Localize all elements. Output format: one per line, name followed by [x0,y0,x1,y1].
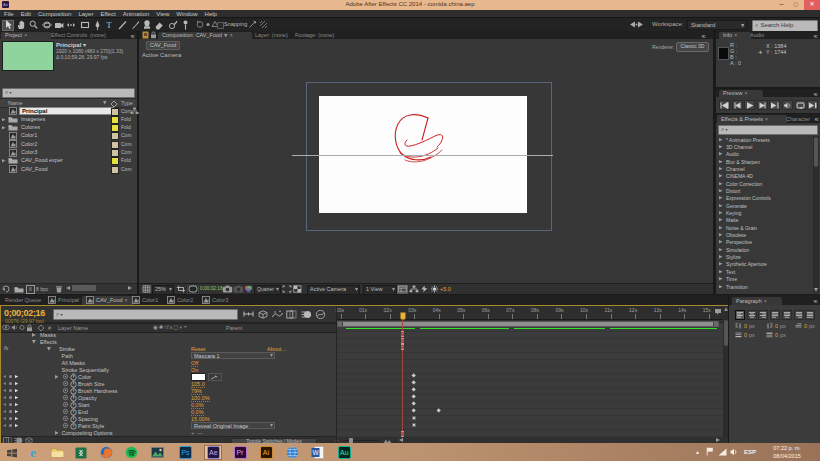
zoom-dropdown-part[interactable] [169,288,172,291]
effects-category[interactable]: 3D Channel [716,143,812,150]
keyframe-navigator[interactable] [3,375,18,378]
justify-last-right-button-part[interactable] [796,312,802,318]
timeline-row-masks[interactable]: Masks [1,331,336,338]
resolution-dropdown-part[interactable]: Quarter [257,286,274,292]
tab-paragraph[interactable]: Paragraph× [732,297,782,306]
line-tool-part[interactable] [118,20,127,30]
effects-category-part[interactable] [719,174,723,178]
effects-category-part-part[interactable] [719,270,723,274]
project-bpc-icon[interactable]: 8 [26,285,35,294]
audition-taskbar-icon-part[interactable]: Au [338,446,351,459]
timeline-row-color-part-part[interactable] [55,375,59,379]
timeline-vscroll-part-part[interactable] [724,307,728,311]
keyframe-navigator[interactable] [3,417,18,420]
snap-option1-icon[interactable] [248,20,257,29]
timeline-row-masks-part-part[interactable] [32,333,36,337]
zoom-dropdown-part[interactable]: 25% [155,286,166,292]
trash-icon-part[interactable] [55,285,63,293]
project-row-name[interactable]: CAV_Food exper [21,157,63,163]
start-taskbar-icon[interactable] [3,445,21,460]
project-hscroll-handle[interactable] [72,285,96,291]
brush-tool-part[interactable] [131,20,140,30]
spotify-taskbar-icon-part[interactable] [125,446,138,459]
timeline-row-stroke-part[interactable] [47,347,51,351]
type-tool-part[interactable]: T [106,21,112,30]
effects-category-part[interactable]: Expression Controls [726,195,771,201]
timeline-row-path[interactable]: PathMascara 1 [1,352,336,359]
effects-category[interactable]: Channel [716,165,812,172]
timeline-button-icon[interactable] [397,285,408,294]
snap-option1-icon-part[interactable] [248,20,257,29]
timeline-zoom-slider-handle[interactable] [349,438,353,443]
internet-explorer-taskbar-icon-part[interactable]: e [30,445,36,461]
tab-color3-part[interactable] [202,296,210,304]
effects-category-part[interactable]: Obsolete [726,232,746,238]
effects-category[interactable]: Noise & Grain [716,224,812,231]
safe-margins-icon[interactable] [176,285,186,293]
keyframe-navigator-part[interactable] [15,417,18,420]
eraser-tool-part[interactable] [154,20,164,30]
label-chip[interactable] [111,116,119,124]
timeline-row-paint-style[interactable]: Paint StyleReveal Original Image [1,422,336,429]
effects-category-part-part[interactable] [719,248,723,252]
effects-category-part[interactable] [719,189,723,193]
effects-panel-menu-icon[interactable]: ▾≡ [815,116,818,122]
keyframe-navigator-part[interactable] [9,403,12,406]
comp-flowchart-icon-part[interactable] [409,285,419,293]
keyframe-navigator-part[interactable] [3,389,6,392]
frame-blending-icon-part[interactable] [286,310,297,319]
tab-close-icon[interactable]: × [24,32,27,38]
view-layout-dropdown-part-part[interactable] [392,288,395,291]
view-dropdown-part-part[interactable] [355,288,358,291]
tab-effects-presets-part[interactable]: × [765,116,768,122]
keyframe-diamond[interactable] [411,381,416,386]
effects-category-part[interactable]: 3D Channel [726,144,752,150]
firefox-taskbar-icon-part[interactable] [100,446,113,459]
previous-frame-button[interactable] [732,100,743,110]
timeline-search-input-part[interactable]: ▾ [60,312,62,317]
effects-category[interactable]: Generate [716,202,812,209]
zoom-tool[interactable] [27,20,39,31]
timeline-row-start[interactable]: Start0.0% [1,401,336,408]
hand-tool[interactable] [15,20,27,31]
effects-category-part[interactable]: Audio [726,151,739,157]
file-explorer-taskbar-icon-part[interactable] [51,447,64,458]
fast-previews-icon-part[interactable] [420,285,429,293]
timeline-row-brush-hardness[interactable]: Brush Hardness79% [1,387,336,394]
keyframe-hold[interactable] [412,423,416,427]
mask-visibility-icon[interactable] [187,285,199,294]
keyframe-navigator-part[interactable] [9,375,12,378]
field-value[interactable]: 0 [775,332,778,338]
column-type[interactable]: Type [121,100,133,106]
tray-flag-icon-part[interactable] [706,447,714,456]
motion-blur-icon-part[interactable] [301,310,312,319]
keyframe-navigator-part[interactable] [15,410,18,413]
keyframe-diamond[interactable] [411,402,416,407]
timeline-row-compositing-options-part-part[interactable] [55,431,59,435]
zoom-dropdown-part-part[interactable] [169,288,172,291]
audition-taskbar-icon[interactable]: Au [335,445,353,460]
justify-last-center-button[interactable] [782,310,792,320]
project-row[interactable]: Color3Com [0,149,137,157]
effects-category[interactable]: Expression Controls [716,195,812,202]
clone-stamp-tool[interactable] [141,20,153,31]
close-button-part[interactable]: ✕ [809,1,814,7]
tab-effect-controls[interactable]: Effect Controls: (none) [47,32,137,40]
line-tool[interactable] [116,20,128,31]
timeline-row-stroke-sequentially[interactable]: Stroke SequentiallyOn [1,366,336,373]
current-time-indicator-handle[interactable] [400,312,406,320]
tray-language[interactable]: ESP [744,449,756,455]
keyframe-navigator-part[interactable] [15,424,18,427]
effects-category-part-part[interactable] [719,160,723,164]
type-tool[interactable]: T [103,20,115,31]
new-folder-icon-part[interactable] [14,286,24,293]
word-taskbar-icon[interactable]: W [308,445,326,460]
effects-category-part-part[interactable] [719,189,723,193]
keyframe-navigator[interactable] [3,382,18,385]
timeline-vscroll-part[interactable] [724,307,728,311]
timeline-row-all-masks[interactable]: All MasksOff [1,359,336,366]
roto-brush-tool-part[interactable] [168,20,178,30]
effects-category-part-part[interactable] [719,204,723,208]
view-dropdown-part[interactable] [355,288,358,291]
paragraph-field[interactable]: 0px [766,322,792,329]
